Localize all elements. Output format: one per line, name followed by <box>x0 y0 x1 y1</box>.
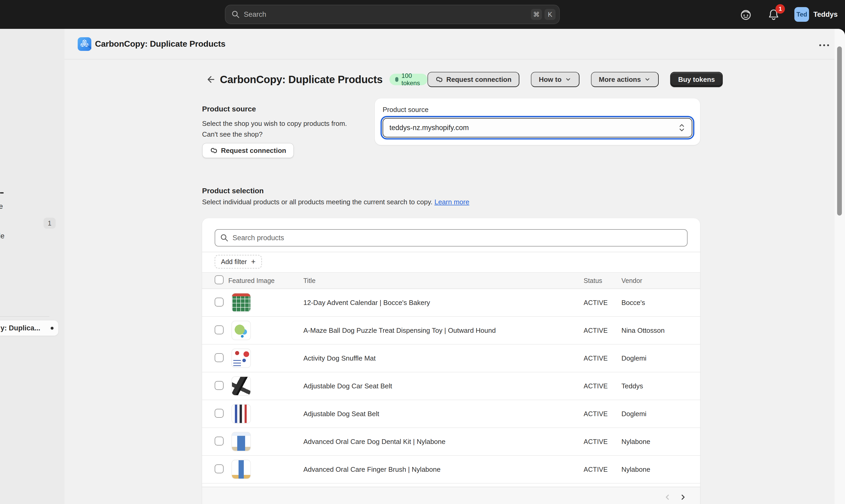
sidebar-item-fragment[interactable]: e <box>0 202 3 211</box>
product-title: Adjustable Dog Seat Belt <box>303 410 584 418</box>
product-vendor: Nina Ottosson <box>621 326 688 335</box>
column-header-title: Title <box>303 277 584 285</box>
product-title: A-Maze Ball Dog Puzzle Treat Dispensing … <box>303 326 584 335</box>
pagination-next-icon[interactable] <box>677 491 689 503</box>
pagination-prev-icon[interactable] <box>662 491 673 503</box>
sidebar-item-fragment-dash[interactable] <box>0 192 4 194</box>
chevron-down-icon <box>644 76 651 83</box>
tokens-status-dot <box>395 77 398 82</box>
product-vendor: Bocce's <box>621 299 688 307</box>
product-title: Adjustable Dog Car Seat Belt <box>303 382 584 390</box>
product-status: ACTIVE <box>584 327 621 334</box>
notifications-bell-icon[interactable]: 1 <box>768 8 780 20</box>
chevron-down-icon <box>565 76 571 83</box>
table-row[interactable]: Advanced Oral Care Dog Dental Kit | Nyla… <box>202 428 700 456</box>
more-actions-button[interactable]: More actions <box>591 72 659 87</box>
product-thumbnail <box>231 293 251 312</box>
table-header-row: Featured Image Title Status Vendor <box>202 272 700 289</box>
column-header-vendor: Vendor <box>621 277 688 285</box>
more-options-ellipsis-icon[interactable] <box>818 40 830 50</box>
plus-icon: + <box>251 257 256 266</box>
row-checkbox[interactable] <box>215 437 224 446</box>
avatar: Ted <box>794 7 809 22</box>
pagination <box>662 491 689 503</box>
product-vendor: Doglemi <box>621 410 688 418</box>
table-row[interactable]: Activity Dog Snuffle Mat ACTIVE Doglemi <box>202 345 700 372</box>
table-row[interactable]: 12-Day Advent Calendar | Bocce's Bakery … <box>202 289 700 317</box>
row-checkbox[interactable] <box>215 409 224 418</box>
user-menu[interactable]: Ted Teddys <box>794 7 838 22</box>
column-header-featured-image: Featured Image <box>228 277 303 285</box>
row-checkbox[interactable] <box>215 353 224 362</box>
global-search-input[interactable]: Search ⌘ K <box>225 5 560 24</box>
product-status: ACTIVE <box>584 382 621 390</box>
product-title: 12-Day Advent Calendar | Bocce's Bakery <box>303 299 584 307</box>
request-connection-button[interactable]: Request connection <box>427 72 520 87</box>
search-products-input[interactable] <box>215 229 688 247</box>
product-thumbnail <box>231 460 251 479</box>
notification-count-badge: 1 <box>775 4 785 14</box>
product-title: Advanced Oral Care Dog Dental Kit | Nyla… <box>303 438 584 446</box>
row-checkbox[interactable] <box>215 298 224 307</box>
search-shortcut: ⌘ K <box>531 9 556 20</box>
row-checkbox[interactable] <box>215 464 224 473</box>
table-footer <box>202 487 700 504</box>
sidebar-item-active-app[interactable]: y: Duplica... <box>0 321 58 336</box>
product-vendor: Nylabone <box>621 465 688 473</box>
back-arrow-icon[interactable] <box>205 74 216 85</box>
product-thumbnail <box>231 376 251 396</box>
how-to-button[interactable]: How to <box>531 72 579 87</box>
add-filter-button[interactable]: Add filter + <box>215 255 262 269</box>
connection-icon <box>210 147 218 155</box>
product-selection-card: Add filter + Featured Image Title Status… <box>202 218 700 504</box>
app-bar-title: CarbonCopy: Duplicate Products <box>95 39 225 49</box>
carboncopy-app-icon <box>78 37 91 51</box>
sidebar-divider <box>0 316 49 317</box>
product-source-select[interactable]: teddys-nz.myshopify.com <box>383 118 692 138</box>
page-title: CarbonCopy: Duplicate Products <box>220 74 383 86</box>
scrollbar-gutter <box>834 29 845 504</box>
product-source-description: Select the shop you wish to copy product… <box>202 118 352 140</box>
main-surface: CarbonCopy: Duplicate Products CarbonCop… <box>65 29 845 504</box>
product-status: ACTIVE <box>584 299 621 307</box>
product-source-heading: Product source <box>202 105 256 113</box>
k-key-badge: K <box>545 9 556 20</box>
table-row[interactable]: Adjustable Dog Seat Belt ACTIVE Doglemi <box>202 400 700 428</box>
sidekick-assistant-icon[interactable] <box>739 8 752 21</box>
product-vendor: Doglemi <box>621 354 688 362</box>
tokens-badge: 100 tokens <box>389 74 427 85</box>
product-vendor: Teddys <box>621 382 688 390</box>
page-header: CarbonCopy: Duplicate Products 100 token… <box>205 72 700 87</box>
search-placeholder: Search <box>244 11 266 19</box>
vertical-scrollbar-thumb[interactable] <box>837 47 842 216</box>
table-footer-gap <box>202 484 700 487</box>
search-icon <box>231 10 240 19</box>
learn-more-link[interactable]: Learn more <box>434 198 469 206</box>
table-row[interactable]: A-Maze Ball Dog Puzzle Treat Dispensing … <box>202 317 700 345</box>
sidebar-item-fragment[interactable]: le <box>0 232 4 240</box>
select-stepper-icon <box>678 123 685 133</box>
select-all-checkbox[interactable] <box>215 275 224 284</box>
topbar: Search ⌘ K 1 Ted Teddys <box>0 0 845 29</box>
table-row[interactable]: Advanced Oral Care Finger Brush | Nylabo… <box>202 456 700 484</box>
app-title-bar: CarbonCopy: Duplicate Products <box>65 29 845 59</box>
buy-tokens-button[interactable]: Buy tokens <box>670 72 723 87</box>
row-checkbox[interactable] <box>215 325 224 334</box>
selected-shop-value: teddys-nz.myshopify.com <box>389 124 469 132</box>
product-status: ACTIVE <box>584 466 621 473</box>
request-connection-button-secondary[interactable]: Request connection <box>202 143 294 158</box>
connection-icon <box>435 75 443 84</box>
search-icon <box>220 233 229 242</box>
product-status: ACTIVE <box>584 355 621 362</box>
store-name: Teddys <box>813 11 838 19</box>
sidebar-active-label: y: Duplica... <box>1 324 40 332</box>
product-source-card: Product source teddys-nz.myshopify.com <box>375 98 700 145</box>
column-header-status: Status <box>584 277 621 285</box>
row-checkbox[interactable] <box>215 381 224 390</box>
product-thumbnail <box>231 348 251 368</box>
table-row[interactable]: Adjustable Dog Car Seat Belt ACTIVE Tedd… <box>202 372 700 400</box>
product-selection-description: Select individual products or all produc… <box>202 198 469 206</box>
sidebar-active-dot <box>51 327 54 330</box>
sidebar-count-badge: 1 <box>43 218 56 229</box>
cmd-key-badge: ⌘ <box>531 9 542 20</box>
